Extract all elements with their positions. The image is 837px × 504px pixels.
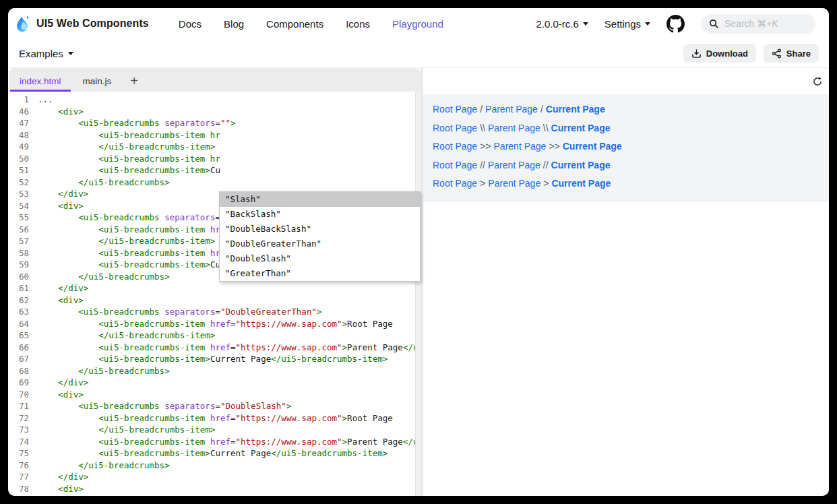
line-number: 55 <box>9 212 29 224</box>
code-line: 70 <div> <box>9 389 416 401</box>
breadcrumb-separator: // <box>540 160 551 170</box>
breadcrumb-row: Root Page//Parent Page//Current Page <box>433 157 819 173</box>
code-line: 66 <ui5-breadcrumbs-item href="https://w… <box>9 342 416 354</box>
autocomplete-option[interactable]: "GreaterThan" <box>220 266 420 281</box>
chevron-down-icon <box>645 22 650 26</box>
add-tab-icon[interactable]: + <box>122 71 146 92</box>
breadcrumb-link[interactable]: Root Page <box>433 160 477 170</box>
line-number: 75 <box>9 447 29 460</box>
autocomplete-option[interactable]: "DoubleSlash" <box>220 251 420 266</box>
code-line: 61 </div> <box>9 282 416 294</box>
examples-label: Examples <box>19 48 63 59</box>
code-line: 67 <ui5-breadcrumbs-item>Current Page</u… <box>9 353 416 365</box>
preview-pane: Root Page/Parent Page/Current PageRoot P… <box>423 68 829 496</box>
code-line: 47 <ui5-breadcrumbs separators=""> <box>9 117 416 129</box>
download-button[interactable]: Download <box>683 44 756 63</box>
ui5-flame-logo-icon <box>15 14 31 33</box>
code-line: 77 </div> <box>9 471 416 483</box>
line-number: 64 <box>9 318 29 330</box>
editor-scrollbar[interactable] <box>415 92 421 496</box>
breadcrumb-row: Root Page>Parent Page>Current Page <box>433 175 819 191</box>
breadcrumb-link[interactable]: Parent Page <box>488 123 540 133</box>
autocomplete-option[interactable]: "DoubleBackSlash" <box>220 222 420 237</box>
settings-label: Settings <box>604 18 641 30</box>
examples-menu[interactable]: Examples <box>19 48 73 59</box>
line-number: 76 <box>9 460 29 472</box>
breadcrumb-separator: > <box>477 178 488 189</box>
breadcrumb-link[interactable]: Root Page <box>433 141 477 152</box>
share-label: Share <box>786 49 811 59</box>
version-menu[interactable]: 2.0.0-rc.6 <box>536 18 588 30</box>
breadcrumb-link[interactable]: Root Page <box>433 104 477 115</box>
autocomplete-option[interactable]: "BackSlash" <box>220 207 420 222</box>
code-line: 73 </ui5-breadcrumbs-item> <box>9 424 416 436</box>
line-number: 61 <box>9 282 29 294</box>
breadcrumb-current: Current Page <box>551 123 611 133</box>
breadcrumb-link[interactable]: Parent Page <box>488 178 540 189</box>
breadcrumb-separator: >> <box>546 141 562 152</box>
code-area[interactable]: 1...46 <div>47 <ui5-breadcrumbs separato… <box>9 92 416 496</box>
line-number: 78 <box>9 483 29 495</box>
refresh-icon[interactable] <box>812 76 823 87</box>
preview-toolbar <box>423 68 829 94</box>
line-number: 1 <box>9 94 29 106</box>
autocomplete-dropdown: "Slash""BackSlash""DoubleBackSlash""Doub… <box>219 191 421 282</box>
code-line: 46 <div> <box>9 106 416 118</box>
autocomplete-option[interactable]: "DoubleGreaterThan" <box>220 237 420 251</box>
breadcrumbs-demo-block: Root Page/Parent Page/Current PageRoot P… <box>423 94 829 202</box>
line-number: 60 <box>9 271 29 283</box>
breadcrumb-row: Root Page/Parent Page/Current Page <box>433 101 819 117</box>
line-number: 51 <box>9 164 29 177</box>
breadcrumb-current: Current Page <box>551 178 611 189</box>
code-line: 69 </div> <box>9 377 416 389</box>
code-line: 76 </ui5-breadcrumbs> <box>9 460 416 472</box>
breadcrumb-separator: / <box>477 104 485 115</box>
nav-item-playground[interactable]: Playground <box>392 18 443 30</box>
breadcrumb-separator: \\ <box>540 123 551 133</box>
breadcrumb-link[interactable]: Parent Page <box>488 160 540 170</box>
breadcrumb-link[interactable]: Parent Page <box>494 141 547 152</box>
autocomplete-option[interactable]: "Slash" <box>220 192 420 207</box>
download-label: Download <box>706 49 748 59</box>
brand[interactable]: UI5 Web Components <box>15 14 149 33</box>
editor-tab-index.html[interactable]: index.html <box>9 70 72 92</box>
nav-item-components[interactable]: Components <box>266 18 323 30</box>
settings-menu[interactable]: Settings <box>604 18 650 30</box>
line-number: 70 <box>9 389 29 401</box>
breadcrumb-link[interactable]: Root Page <box>433 123 477 133</box>
line-number: 47 <box>9 117 29 129</box>
code-line: 64 <ui5-breadcrumbs-item href="https://w… <box>9 318 416 330</box>
breadcrumb-current: Current Page <box>546 104 605 115</box>
breadcrumb-row: Root Page\\Parent Page\\Current Page <box>433 120 819 136</box>
nav-item-blog[interactable]: Blog <box>224 18 244 30</box>
share-button[interactable]: Share <box>764 44 819 63</box>
github-icon[interactable] <box>666 15 685 33</box>
code-line: 1... <box>9 94 416 106</box>
code-line: 65 </ui5-breadcrumbs-item> <box>9 329 416 342</box>
chevron-down-icon <box>583 22 588 26</box>
line-number: 59 <box>9 259 29 271</box>
search-input[interactable]: Search ⌘+K <box>701 14 815 34</box>
nav-item-docs[interactable]: Docs <box>179 18 202 30</box>
breadcrumb-current: Current Page <box>551 160 611 170</box>
code-editor-pane: index.htmlmain.js+ 1...46 <div>47 <ui5-b… <box>8 68 421 496</box>
line-number: 74 <box>9 436 29 448</box>
line-number: 49 <box>9 141 29 153</box>
line-number: 57 <box>9 235 29 247</box>
line-number: 71 <box>9 400 29 412</box>
nav-item-icons[interactable]: Icons <box>346 18 370 30</box>
code-line: 63 <ui5-breadcrumbs separators="DoubleGr… <box>9 306 416 318</box>
line-number: 65 <box>9 329 29 342</box>
line-number: 50 <box>9 153 29 165</box>
breadcrumb-link[interactable]: Parent Page <box>485 104 538 115</box>
line-number: 72 <box>9 412 29 424</box>
editor-tab-main.js[interactable]: main.js <box>72 70 123 92</box>
code-line: 49 </ui5-breadcrumbs-item> <box>9 141 416 153</box>
line-number: 56 <box>9 224 29 236</box>
breadcrumb-row: Root Page>>Parent Page>>Current Page <box>433 138 819 154</box>
breadcrumb-current: Current Page <box>563 141 622 152</box>
line-number: 67 <box>9 353 29 365</box>
main-nav: DocsBlogComponentsIconsPlayground <box>179 18 443 30</box>
breadcrumb-link[interactable]: Root Page <box>433 178 477 189</box>
download-icon <box>691 49 702 59</box>
